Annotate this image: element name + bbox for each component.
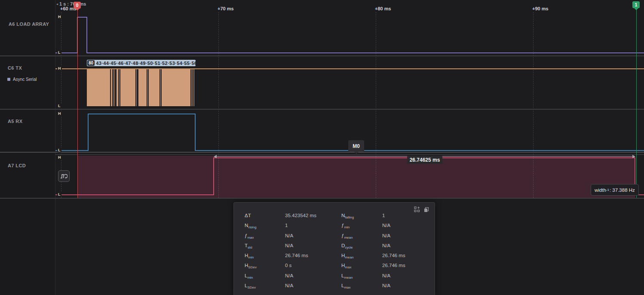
a6-waveform[interactable] bbox=[55, 12, 644, 56]
marker1-line bbox=[636, 9, 637, 198]
arrow-right-icon bbox=[632, 155, 635, 158]
pulse-width-value: 26.74625 ms bbox=[407, 156, 442, 164]
track-separator bbox=[0, 198, 644, 199]
level-low-label: L bbox=[57, 50, 61, 55]
channel-label-a7[interactable]: A7 LCD bbox=[8, 163, 26, 168]
level-low-label: L bbox=[57, 148, 61, 152]
a7-trace bbox=[55, 158, 644, 195]
measure-pulse-icon bbox=[60, 173, 67, 179]
channel-label-c6[interactable]: C6 TX bbox=[8, 65, 22, 71]
a6-trace bbox=[55, 17, 644, 53]
measurement-row: Lmin N/A Lmean N/A bbox=[245, 273, 430, 283]
measurement-details-panel[interactable]: ΔT 35.423542 ms Nfalling 1 Nrising 1 ƒmi… bbox=[233, 202, 435, 295]
channel-sidebar bbox=[0, 0, 55, 295]
measurement-row: Tstd N/A Dcycle N/A bbox=[245, 243, 430, 253]
measurement-flag-m0[interactable]: M0 bbox=[348, 140, 364, 152]
measurement-row: Hmin 26.746 ms Hmean 26.746 ms bbox=[245, 253, 430, 263]
tick-label-70ms: +70 ms bbox=[218, 6, 234, 11]
c6-data-burst bbox=[87, 69, 194, 106]
measure-pulse-button[interactable] bbox=[58, 170, 70, 182]
analyzer-async-serial[interactable]: Async Serial bbox=[7, 77, 37, 82]
time-ruler[interactable] bbox=[55, 0, 644, 12]
tick-label-80ms: +80 ms bbox=[375, 6, 391, 11]
level-high-label: H bbox=[57, 155, 62, 160]
tooltip-exponent: -1 bbox=[606, 188, 609, 192]
pan-left-icon: ◂ bbox=[56, 2, 58, 6]
channel-label-a6[interactable]: A6 LOAD ARRAY bbox=[9, 22, 49, 27]
frequency-tooltip: width-1: 37.388 Hz bbox=[591, 184, 639, 196]
marker0-pin[interactable]: 0 bbox=[74, 2, 81, 9]
tooltip-value: : 37.388 Hz bbox=[610, 187, 635, 193]
marker0-label: 0 bbox=[76, 3, 79, 8]
level-high-label: H bbox=[57, 111, 62, 116]
logic-analyzer-app: A6 LOAD ARRAY C6 TX Async Serial A5 RX A… bbox=[0, 0, 644, 295]
analyzer-label: Async Serial bbox=[13, 77, 37, 82]
serial-decode-strip[interactable]: 80 43·44·45·46·47·48·49·50·51·52·53·54·5… bbox=[87, 60, 196, 66]
measurement-row: Nrising 1 ƒmin N/A bbox=[245, 223, 430, 233]
a7-waveform[interactable] bbox=[55, 154, 644, 198]
level-high-label: H bbox=[57, 66, 62, 71]
add-annotation-icon[interactable] bbox=[414, 206, 420, 212]
measurement-row: LSDev N/A Lmax N/A bbox=[245, 283, 430, 293]
measurement-row: HSDev 0 s Hmax 26.746 ms bbox=[245, 263, 430, 273]
copy-icon[interactable] bbox=[423, 206, 429, 212]
tick-label-90ms: +90 ms bbox=[532, 6, 549, 11]
marker1-pin[interactable]: 1 bbox=[632, 1, 640, 8]
marker0-line bbox=[77, 9, 78, 198]
measurement-row: ΔT 35.423542 ms Nfalling 1 bbox=[245, 213, 430, 223]
arrow-left-icon bbox=[214, 155, 217, 158]
measurement-rows: ΔT 35.423542 ms Nfalling 1 Nrising 1 ƒmi… bbox=[245, 213, 430, 293]
level-high-label: H bbox=[57, 15, 62, 19]
serial-start-byte: 80 bbox=[87, 60, 95, 66]
level-low-label: L bbox=[57, 192, 61, 197]
marker1-label: 1 bbox=[635, 2, 638, 7]
measurement-row: ƒmax N/A ƒmean N/A bbox=[245, 233, 430, 243]
serial-bytes: 43·44·45·46·47·48·49·50·51·52·53·54·55·5… bbox=[96, 61, 196, 66]
tooltip-prefix: width bbox=[595, 187, 606, 193]
channel-label-a5[interactable]: A5 RX bbox=[8, 119, 22, 124]
level-low-label: L bbox=[57, 104, 61, 108]
analyzer-color-chip-icon bbox=[7, 78, 10, 81]
track-separator bbox=[0, 152, 644, 153]
